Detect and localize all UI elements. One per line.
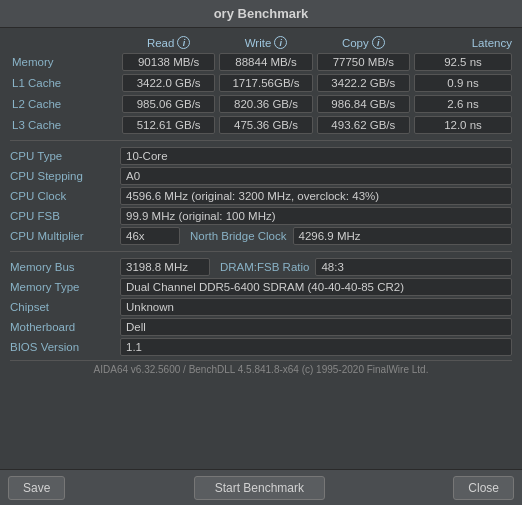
cpu-multiplier-value: 46x (120, 227, 180, 245)
l3cache-copy: 493.62 GB/s (317, 116, 410, 134)
memory-bus-value: 3198.8 MHz (120, 258, 210, 276)
title-bar: ory Benchmark (0, 0, 522, 28)
write-header: Write i (217, 36, 314, 49)
l2cache-row: L2 Cache 985.06 GB/s 820.36 GB/s 986.84 … (10, 95, 512, 113)
main-window: ory Benchmark Read i Write i Copy i Late… (0, 0, 522, 505)
memory-bus-row: Memory Bus 3198.8 MHz DRAM:FSB Ratio 48:… (10, 258, 512, 276)
benchmark-button[interactable]: Start Benchmark (194, 476, 325, 500)
cpu-clock-label: CPU Clock (10, 190, 120, 202)
save-button[interactable]: Save (8, 476, 65, 500)
chipset-value: Unknown (120, 298, 512, 316)
cpu-fsb-row: CPU FSB 99.9 MHz (original: 100 MHz) (10, 207, 512, 225)
north-bridge-label: North Bridge Clock (190, 230, 287, 242)
l3cache-latency: 12.0 ns (414, 116, 512, 134)
motherboard-row: Motherboard Dell (10, 318, 512, 336)
cpu-type-value: 10-Core (120, 147, 512, 165)
cpu-multiplier-label: CPU Multiplier (10, 230, 120, 242)
copy-header: Copy i (315, 36, 412, 49)
l1cache-label: L1 Cache (10, 77, 120, 89)
copy-info-icon[interactable]: i (372, 36, 385, 49)
cpu-type-label: CPU Type (10, 150, 120, 162)
window-title: ory Benchmark (214, 6, 309, 21)
l3cache-write: 475.36 GB/s (219, 116, 312, 134)
cpu-fsb-value: 99.9 MHz (original: 100 MHz) (120, 207, 512, 225)
chipset-row: Chipset Unknown (10, 298, 512, 316)
l2cache-latency: 2.6 ns (414, 95, 512, 113)
memory-label: Memory (10, 56, 120, 68)
read-header: Read i (120, 36, 217, 49)
memory-read: 90138 MB/s (122, 53, 215, 71)
memory-row: Memory 90138 MB/s 88844 MB/s 77750 MB/s … (10, 53, 512, 71)
write-info-icon[interactable]: i (274, 36, 287, 49)
bottom-bar: Save Start Benchmark Close (0, 469, 522, 505)
memory-latency: 92.5 ns (414, 53, 512, 71)
column-headers: Read i Write i Copy i Latency (10, 36, 512, 49)
cpu-stepping-row: CPU Stepping A0 (10, 167, 512, 185)
cpu-stepping-value: A0 (120, 167, 512, 185)
l1cache-write: 1717.56GB/s (219, 74, 312, 92)
cpu-stepping-label: CPU Stepping (10, 170, 120, 182)
l3cache-read: 512.61 GB/s (122, 116, 215, 134)
cpu-clock-row: CPU Clock 4596.6 MHz (original: 3200 MHz… (10, 187, 512, 205)
l2cache-write: 820.36 GB/s (219, 95, 312, 113)
divider-1 (10, 140, 512, 141)
motherboard-label: Motherboard (10, 321, 120, 333)
memory-type-value: Dual Channel DDR5-6400 SDRAM (40-40-40-8… (120, 278, 512, 296)
dram-fsb-value: 48:3 (315, 258, 512, 276)
l1cache-copy: 3422.2 GB/s (317, 74, 410, 92)
l1cache-row: L1 Cache 3422.0 GB/s 1717.56GB/s 3422.2 … (10, 74, 512, 92)
cpu-info-section: CPU Type 10-Core CPU Stepping A0 CPU Clo… (10, 147, 512, 245)
l1cache-latency: 0.9 ns (414, 74, 512, 92)
l2cache-label: L2 Cache (10, 98, 120, 110)
memory-type-label: Memory Type (10, 281, 120, 293)
read-info-icon[interactable]: i (177, 36, 190, 49)
north-bridge-value: 4296.9 MHz (293, 227, 512, 245)
memory-type-row: Memory Type Dual Channel DDR5-6400 SDRAM… (10, 278, 512, 296)
divider-2 (10, 251, 512, 252)
latency-header: Latency (412, 36, 512, 49)
cpu-clock-value: 4596.6 MHz (original: 3200 MHz, overcloc… (120, 187, 512, 205)
cpu-fsb-label: CPU FSB (10, 210, 120, 222)
chipset-label: Chipset (10, 301, 120, 313)
bios-label: BIOS Version (10, 341, 120, 353)
l2cache-copy: 986.84 GB/s (317, 95, 410, 113)
motherboard-value: Dell (120, 318, 512, 336)
content-area: Read i Write i Copy i Latency Memory 901… (0, 28, 522, 469)
l3cache-label: L3 Cache (10, 119, 120, 131)
bios-row: BIOS Version 1.1 (10, 338, 512, 356)
footer-text: AIDA64 v6.32.5600 / BenchDLL 4.5.841.8-x… (10, 360, 512, 377)
close-button[interactable]: Close (453, 476, 514, 500)
dram-fsb-label: DRAM:FSB Ratio (220, 261, 309, 273)
cpu-type-row: CPU Type 10-Core (10, 147, 512, 165)
memory-copy: 77750 MB/s (317, 53, 410, 71)
memory-bus-label: Memory Bus (10, 261, 120, 273)
l2cache-read: 985.06 GB/s (122, 95, 215, 113)
l3cache-row: L3 Cache 512.61 GB/s 475.36 GB/s 493.62 … (10, 116, 512, 134)
bios-value: 1.1 (120, 338, 512, 356)
l1cache-read: 3422.0 GB/s (122, 74, 215, 92)
mem-info-section: Memory Bus 3198.8 MHz DRAM:FSB Ratio 48:… (10, 258, 512, 356)
memory-write: 88844 MB/s (219, 53, 312, 71)
cpu-multiplier-row: CPU Multiplier 46x North Bridge Clock 42… (10, 227, 512, 245)
